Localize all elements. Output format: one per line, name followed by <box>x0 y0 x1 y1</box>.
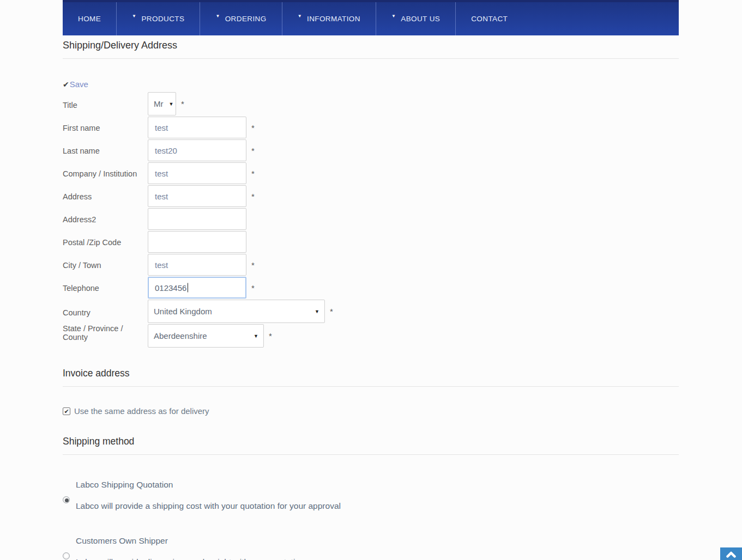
text-cursor <box>188 283 188 293</box>
form-row-country: CountryUnited Kingdom▼* <box>63 300 679 323</box>
required-asterisk: * <box>251 146 255 155</box>
state-province-county-select-value: Aberdeenshire <box>154 331 207 340</box>
page-title: Shipping/Delivery Address <box>63 40 679 51</box>
check-icon: ✔ <box>63 80 69 89</box>
shipping-method-2: Customers Own ShipperLabco will provide … <box>63 536 679 560</box>
scroll-to-top-button[interactable] <box>720 547 742 560</box>
select-arrow-icon: ▼ <box>315 309 319 314</box>
required-asterisk: * <box>251 192 255 201</box>
state-province-county-select[interactable]: Aberdeenshire▼ <box>148 324 264 348</box>
country-select[interactable]: United Kingdom▼ <box>148 300 325 323</box>
chevron-down-icon: ▼ <box>132 14 136 19</box>
shipping-methods: Labco Shipping QuotationLabco will provi… <box>63 480 679 560</box>
save-link-label: Save <box>70 80 88 89</box>
form-row-city-town: City / Town* <box>63 254 679 276</box>
form-row-company-institution: Company / Institution* <box>63 162 679 184</box>
chevron-down-icon: ▼ <box>215 14 220 19</box>
shipping-method-heading: Shipping method <box>63 436 679 447</box>
first-name-label: First name <box>63 124 148 138</box>
shipping-method-name: Labco Shipping Quotation <box>76 480 341 490</box>
form-row-address2: Address2 <box>63 208 679 230</box>
shipping-method-radio-2[interactable] <box>63 552 70 559</box>
nav-item-contact[interactable]: CONTACT <box>455 2 523 35</box>
title-label: Title <box>63 101 148 115</box>
first-name-input[interactable] <box>148 117 246 138</box>
city-town-label: City / Town <box>63 261 148 276</box>
required-asterisk: * <box>330 307 333 316</box>
address2-input[interactable] <box>148 208 246 230</box>
company-institution-label: Company / Institution <box>63 169 148 184</box>
shipping-method-radio-1[interactable] <box>63 496 70 503</box>
required-asterisk: * <box>269 331 272 340</box>
invoice-address-heading: Invoice address <box>63 368 679 379</box>
address-form: TitleMr▼*First name*Last name*Company / … <box>63 92 679 348</box>
form-row-postal-zip-code: Postal /Zip Code <box>63 231 679 253</box>
required-asterisk: * <box>251 260 255 270</box>
form-row-last-name: Last name* <box>63 139 679 161</box>
select-arrow-icon: ▼ <box>254 333 258 339</box>
shipping-method-description: Labco will provide a shipping cost with … <box>76 501 341 511</box>
form-row-title: TitleMr▼* <box>63 92 679 115</box>
nav-item-label: PRODUCTS <box>141 15 184 23</box>
nav-item-information[interactable]: ▼ INFORMATION <box>282 2 376 35</box>
address-input[interactable] <box>148 185 246 207</box>
checkbox-check-icon: ✔ <box>63 407 70 415</box>
country-select-value: United Kingdom <box>154 307 212 316</box>
postal-zip-code-label: Postal /Zip Code <box>63 238 148 253</box>
divider <box>63 454 679 455</box>
required-asterisk: * <box>181 99 184 108</box>
required-asterisk: * <box>251 283 255 293</box>
company-institution-input[interactable] <box>148 162 246 184</box>
telephone-label: Telephone <box>63 284 148 299</box>
nav-item-label: HOME <box>78 15 101 23</box>
save-link[interactable]: ✔Save <box>63 80 95 89</box>
nav-item-ordering[interactable]: ▼ ORDERING <box>200 2 281 35</box>
page-container: HOME ▼ PRODUCTS ▼ ORDERING ▼ INFORMATION… <box>63 0 679 560</box>
shipping-method-1: Labco Shipping QuotationLabco will provi… <box>63 480 679 511</box>
same-address-checkbox[interactable]: ✔ Use the same address as for delivery <box>63 406 243 416</box>
main-nav: HOME ▼ PRODUCTS ▼ ORDERING ▼ INFORMATION… <box>63 0 679 35</box>
nav-item-label: ABOUT US <box>401 15 440 23</box>
same-address-checkbox-label: Use the same address as for delivery <box>74 406 209 416</box>
address2-label: Address2 <box>63 215 148 230</box>
required-asterisk: * <box>251 169 255 178</box>
required-asterisk: * <box>251 123 255 132</box>
select-arrow-icon: ▼ <box>169 101 174 107</box>
form-row-address: Address* <box>63 185 679 207</box>
divider <box>63 386 679 387</box>
last-name-label: Last name <box>63 147 148 161</box>
state-province-county-label: State / Province / County <box>63 324 148 348</box>
last-name-input[interactable] <box>148 139 246 161</box>
nav-item-home[interactable]: HOME <box>63 2 116 35</box>
city-town-input[interactable] <box>148 254 246 276</box>
country-label: Country <box>63 308 148 323</box>
shipping-method-description: Labco will provide dimensions and weight… <box>76 557 305 560</box>
chevron-down-icon: ▼ <box>298 14 302 19</box>
title-select[interactable]: Mr▼ <box>148 92 176 115</box>
nav-item-label: ORDERING <box>225 15 267 23</box>
form-row-first-name: First name* <box>63 117 679 138</box>
postal-zip-code-input[interactable] <box>148 231 246 253</box>
nav-item-label: CONTACT <box>471 15 508 23</box>
form-row-state-province-county: State / Province / CountyAberdeenshire▼* <box>63 324 679 348</box>
chevron-down-icon: ▼ <box>391 14 396 19</box>
telephone-input[interactable] <box>148 277 246 299</box>
shipping-method-name: Customers Own Shipper <box>76 536 305 546</box>
nav-item-label: INFORMATION <box>307 15 360 23</box>
divider <box>63 58 679 59</box>
nav-item-about-us[interactable]: ▼ ABOUT US <box>376 2 455 35</box>
nav-item-products[interactable]: ▼ PRODUCTS <box>116 2 200 35</box>
chevron-up-icon <box>726 551 736 559</box>
form-row-telephone: Telephone* <box>63 277 679 299</box>
address-label: Address <box>63 192 148 207</box>
title-select-value: Mr <box>154 99 164 108</box>
